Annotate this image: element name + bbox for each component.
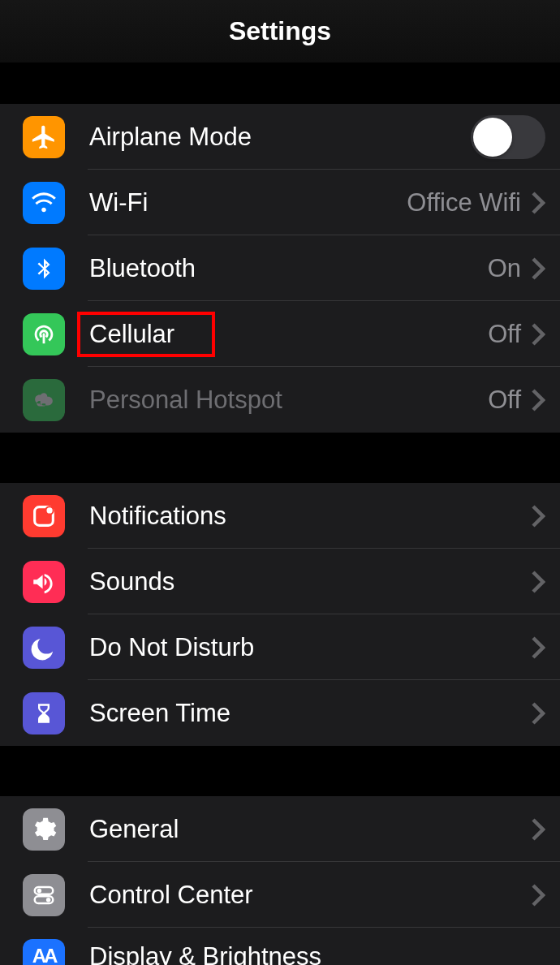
section-gap bbox=[0, 433, 560, 483]
bluetooth-icon bbox=[23, 248, 65, 290]
general-label: General bbox=[89, 815, 531, 844]
chevron-right-icon bbox=[531, 322, 545, 347]
svg-point-1 bbox=[45, 506, 53, 514]
row-wifi[interactable]: Wi-Fi Office Wifi bbox=[0, 170, 560, 235]
moon-icon bbox=[23, 627, 65, 669]
text-size-icon: AA bbox=[23, 939, 65, 965]
cellular-icon bbox=[23, 313, 65, 355]
chevron-right-icon bbox=[531, 256, 545, 281]
hourglass-icon bbox=[23, 692, 65, 735]
chevron-right-icon bbox=[531, 570, 545, 594]
section-gap bbox=[0, 63, 560, 104]
gear-icon bbox=[23, 808, 65, 851]
header: Settings bbox=[0, 0, 560, 63]
sounds-label: Sounds bbox=[89, 567, 531, 597]
wifi-icon bbox=[23, 182, 65, 224]
display-label: Display & Brightness bbox=[89, 942, 545, 965]
chevron-right-icon bbox=[531, 883, 545, 907]
bluetooth-label: Bluetooth bbox=[89, 254, 488, 283]
row-bluetooth[interactable]: Bluetooth On bbox=[0, 235, 560, 301]
airplane-toggle[interactable] bbox=[471, 115, 545, 159]
notifications-label: Notifications bbox=[89, 502, 531, 531]
chevron-right-icon bbox=[531, 701, 545, 726]
chevron-right-icon bbox=[531, 635, 545, 660]
cellular-value: Off bbox=[488, 320, 521, 349]
chevron-right-icon bbox=[531, 191, 545, 215]
airplane-icon bbox=[23, 116, 65, 158]
hotspot-label: Personal Hotspot bbox=[89, 386, 488, 415]
row-cellular[interactable]: Cellular Off bbox=[0, 301, 560, 367]
svg-point-3 bbox=[37, 888, 42, 893]
screentime-label: Screen Time bbox=[89, 699, 531, 728]
row-display-brightness[interactable]: AA Display & Brightness bbox=[0, 928, 560, 965]
cellular-label: Cellular bbox=[89, 320, 488, 349]
chevron-right-icon bbox=[531, 388, 545, 412]
row-general[interactable]: General bbox=[0, 796, 560, 862]
chevron-right-icon bbox=[531, 817, 545, 842]
toggle-knob bbox=[473, 118, 512, 157]
section-gap bbox=[0, 746, 560, 796]
hotspot-icon bbox=[23, 379, 65, 421]
dnd-label: Do Not Disturb bbox=[89, 633, 531, 662]
row-control-center[interactable]: Control Center bbox=[0, 862, 560, 928]
row-screen-time[interactable]: Screen Time bbox=[0, 680, 560, 746]
section-alerts: Notifications Sounds Do Not Disturb Scre… bbox=[0, 483, 560, 746]
control-center-icon bbox=[23, 874, 65, 916]
svg-point-5 bbox=[46, 897, 51, 902]
section-network: Airplane Mode Wi-Fi Office Wifi Bluetoot… bbox=[0, 104, 560, 433]
sounds-icon bbox=[23, 561, 65, 603]
wifi-label: Wi-Fi bbox=[89, 188, 407, 218]
row-do-not-disturb[interactable]: Do Not Disturb bbox=[0, 614, 560, 680]
bluetooth-value: On bbox=[488, 254, 521, 283]
row-airplane-mode[interactable]: Airplane Mode bbox=[0, 104, 560, 170]
hotspot-value: Off bbox=[488, 386, 521, 415]
page-title: Settings bbox=[229, 16, 331, 46]
notifications-icon bbox=[23, 495, 65, 537]
section-system: General Control Center AA Display & Brig… bbox=[0, 796, 560, 965]
row-notifications[interactable]: Notifications bbox=[0, 483, 560, 549]
airplane-label: Airplane Mode bbox=[89, 123, 471, 152]
chevron-right-icon bbox=[531, 504, 545, 528]
wifi-value: Office Wifi bbox=[407, 188, 521, 218]
controlcenter-label: Control Center bbox=[89, 881, 531, 910]
row-personal-hotspot[interactable]: Personal Hotspot Off bbox=[0, 367, 560, 433]
row-sounds[interactable]: Sounds bbox=[0, 549, 560, 614]
